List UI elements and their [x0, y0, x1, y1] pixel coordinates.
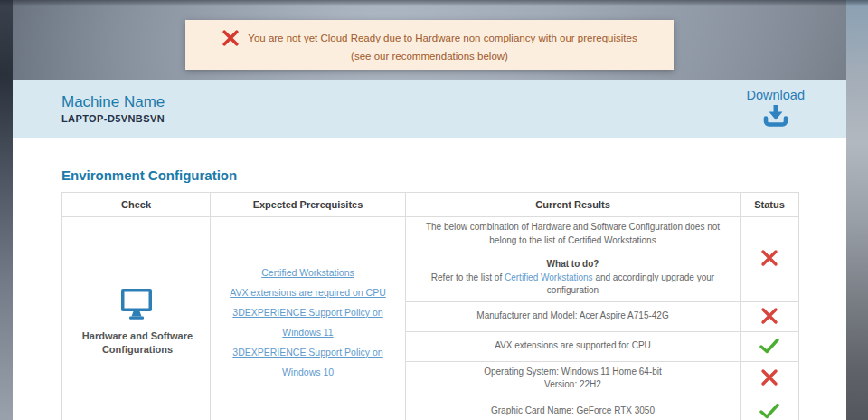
machine-header-bar: Machine Name LAPTOP-D5VNBSVN Download	[13, 80, 846, 138]
check-group-label: Hardware and Software Configurations	[70, 329, 205, 356]
status-cell	[741, 361, 799, 396]
link-avx-extensions-required[interactable]: AVX extensions are required on CPU	[218, 282, 398, 302]
check-group-cell: Hardware and Software Configurations	[62, 217, 211, 420]
cloud-ready-error-banner: You are not yet Cloud Ready due to Hardw…	[185, 20, 674, 70]
status-cell	[741, 301, 799, 331]
prerequisites-cell: Certified Workstations AVX extensions ar…	[211, 217, 406, 420]
error-x-icon	[222, 29, 240, 47]
banner-message-line2: (see our recommendations below)	[351, 51, 508, 62]
column-header-check: Check	[62, 193, 211, 217]
background-right-strip	[846, 0, 868, 420]
table-header-row: Check Expected Prerequisites Current Res…	[62, 193, 799, 217]
fail-x-icon	[760, 368, 778, 388]
column-header-current-results: Current Results	[406, 193, 741, 217]
refer-prefix: Refer to the list of	[431, 272, 505, 282]
result-text: AVX extensions are supported for CPU	[413, 339, 732, 353]
result-text: Operating System: Windows 11 Home 64-bit	[413, 366, 732, 379]
banner-message-line1: You are not yet Cloud Ready due to Hardw…	[248, 33, 637, 43]
download-icon	[762, 103, 789, 130]
status-cell	[741, 331, 799, 361]
status-cell	[741, 396, 799, 420]
column-header-status: Status	[741, 193, 799, 217]
machine-name-label: Machine Name	[61, 93, 165, 111]
link-support-policy-windows-11[interactable]: 3DEXPERIENCE Support Policy on Windows 1…	[218, 302, 398, 342]
background-top-shade	[0, 0, 868, 6]
link-certified-workstations[interactable]: Certified Workstations	[218, 262, 398, 282]
fail-x-icon	[760, 249, 778, 269]
machine-name-value: LAPTOP-D5VNBSVN	[61, 113, 165, 124]
download-label: Download	[747, 88, 806, 102]
monitor-icon	[118, 311, 155, 321]
result-cell-graphic-card: Graphic Card Name: GeForce RTX 3050	[406, 396, 741, 420]
result-text: Version: 22H2	[413, 378, 732, 392]
status-cell	[741, 217, 799, 302]
environment-configuration-table: Check Expected Prerequisites Current Res…	[61, 192, 799, 420]
column-header-expected-prerequisites: Expected Prerequisites	[211, 193, 406, 217]
table-row: Hardware and Software Configurations Cer…	[62, 217, 799, 302]
page-card: Machine Name LAPTOP-D5VNBSVN Download En…	[13, 80, 846, 420]
result-cell-manufacturer-model: Manufacturer and Model: Acer Aspire A715…	[406, 301, 741, 331]
link-certified-workstations-inline[interactable]: Certified Workstations	[505, 272, 593, 282]
result-text: Manufacturer and Model: Acer Aspire A715…	[413, 310, 732, 323]
result-cell-operating-system: Operating System: Windows 11 Home 64-bit…	[406, 361, 741, 396]
background-left-strip	[0, 0, 13, 420]
result-text: The below combination of Hardware and So…	[413, 221, 732, 247]
result-cell-avx-support: AVX extensions are supported for CPU	[406, 331, 741, 361]
pass-check-icon	[760, 403, 779, 420]
machine-info: Machine Name LAPTOP-D5VNBSVN	[61, 93, 165, 124]
refer-line: Refer to the list of Certified Workstati…	[413, 272, 732, 298]
link-support-policy-windows-10[interactable]: 3DEXPERIENCE Support Policy on Windows 1…	[218, 342, 398, 382]
fail-x-icon	[760, 307, 778, 327]
section-title: Environment Configuration	[61, 167, 846, 183]
what-to-do-label: What to do?	[413, 258, 732, 272]
result-cell-certified-workstations: The below combination of Hardware and So…	[406, 217, 741, 302]
result-text: Graphic Card Name: GeForce RTX 3050	[413, 405, 732, 418]
download-button[interactable]: Download	[747, 88, 806, 130]
pass-check-icon	[760, 338, 779, 356]
